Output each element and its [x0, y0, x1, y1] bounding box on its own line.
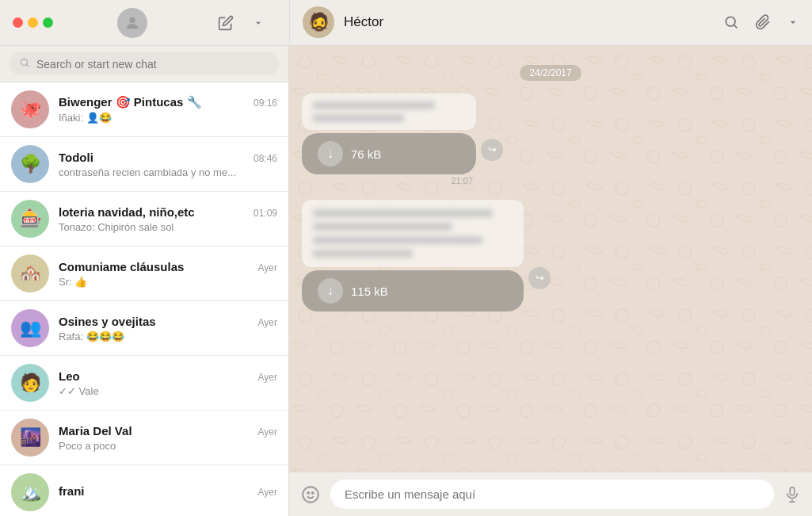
chat-header-actions: [723, 14, 799, 30]
search-icon: [19, 57, 30, 71]
main-content: 🐙 Biwenger 🎯 Pintucas 🔧 09:16 Iñaki: 👤😂 …: [0, 46, 812, 516]
sidebar: 🐙 Biwenger 🎯 Pintucas 🔧 09:16 Iñaki: 👤😂 …: [0, 46, 289, 516]
chat-time: Ayer: [258, 487, 277, 498]
chat-name: Todoli: [59, 151, 93, 164]
svg-point-10: [307, 491, 309, 493]
chat-top: Osines y ovejitas Ayer: [59, 315, 277, 328]
chat-item[interactable]: 🏘️ Comuniame cláusulas Ayer Sr: 👍: [0, 247, 288, 301]
titlebar-icons: [215, 12, 276, 34]
forward-button-2[interactable]: ↪: [528, 267, 551, 289]
input-area: [289, 472, 812, 516]
file-size-2: 115 kB: [351, 285, 388, 298]
file-size-1: 76 kB: [351, 147, 381, 161]
microphone-button[interactable]: [783, 486, 801, 503]
chat-top: Todoli 08:46: [59, 151, 277, 164]
chat-item[interactable]: 🐙 Biwenger 🎯 Pintucas 🔧 09:16 Iñaki: 👤😂: [0, 82, 288, 137]
messages-container: 24/2/2017 ↓ 76 kB 21:07 ↪: [289, 46, 812, 472]
chat-item[interactable]: 🧑 Leo Ayer ✓✓ Vale: [0, 356, 288, 411]
search-messages-button[interactable]: [723, 14, 739, 30]
svg-point-0: [129, 17, 135, 22]
chat-info: Leo Ayer ✓✓ Vale: [59, 369, 277, 397]
chat-info: Osines y ovejitas Ayer Rafa: 😂😂😂: [59, 315, 277, 342]
close-button[interactable]: [13, 17, 23, 28]
chat-info: Biwenger 🎯 Pintucas 🔧 09:16 Iñaki: 👤😂: [59, 95, 277, 124]
chat-avatar: 🧑: [11, 364, 49, 402]
chat-header-avatar[interactable]: 🧔: [303, 6, 334, 38]
chat-name: frani: [59, 484, 85, 498]
chat-avatar: 🏔️: [11, 473, 49, 511]
chat-list: 🐙 Biwenger 🎯 Pintucas 🔧 09:16 Iñaki: 👤😂 …: [0, 82, 288, 516]
chat-time: Ayer: [258, 262, 277, 273]
chat-preview: Tonazo: Chipirón sale sol: [59, 221, 277, 233]
chat-header-name: Héctor: [344, 14, 714, 30]
message-bubble-wrap-2: ↓ 115 kB ↪: [302, 200, 524, 312]
chat-time: 01:09: [254, 208, 277, 219]
compose-button[interactable]: [215, 12, 237, 34]
chat-item[interactable]: 🌳 Todoli 08:46 contraseña recien cambiad…: [0, 137, 288, 192]
titlebar-dropdown-button[interactable]: [250, 14, 267, 32]
search-bar: [0, 46, 288, 82]
attachment-button[interactable]: [755, 14, 771, 30]
chat-area: 24/2/2017 ↓ 76 kB 21:07 ↪: [289, 46, 812, 516]
chat-top: Maria Del Val Ayer: [59, 424, 277, 438]
message-bubble-wrap: ↓ 76 kB 21:07 ↪: [302, 94, 476, 187]
chat-preview: Iñaki: 👤😂: [59, 112, 277, 124]
chat-top: loteria navidad, niño,etc 01:09: [59, 205, 277, 219]
maximize-button[interactable]: [43, 17, 53, 28]
chat-avatar: 👥: [11, 309, 49, 347]
titlebar: 🧔 Héctor: [0, 0, 812, 46]
chat-avatar: 🌆: [11, 419, 49, 457]
file-download-bubble-1[interactable]: ↓ 76 kB: [302, 133, 476, 174]
traffic-lights: [13, 17, 53, 28]
download-icon-1: ↓: [318, 141, 343, 166]
chat-avatar: 🏘️: [11, 254, 49, 292]
chat-name: loteria navidad, niño,etc: [59, 205, 195, 219]
svg-point-9: [303, 487, 318, 503]
chat-top: frani Ayer: [59, 484, 277, 498]
chat-avatar: 🌳: [11, 145, 49, 183]
chat-avatar: 🎰: [11, 200, 49, 238]
date-badge: 24/2/2017: [520, 65, 581, 81]
my-avatar[interactable]: [117, 8, 147, 38]
message-input[interactable]: [330, 480, 774, 509]
search-input-wrap: [10, 52, 279, 75]
chat-info: Maria Del Val Ayer Poco a poco: [59, 424, 277, 452]
search-input[interactable]: [36, 58, 269, 71]
chat-item[interactable]: 🏔️ frani Ayer: [0, 465, 288, 516]
emoji-button[interactable]: [300, 484, 321, 505]
chat-time: Ayer: [258, 317, 277, 328]
chat-item[interactable]: 🎰 loteria navidad, niño,etc 01:09 Tonazo…: [0, 192, 288, 247]
chat-item[interactable]: 👥 Osines y ovejitas Ayer Rafa: 😂😂😂: [0, 301, 288, 356]
chat-preview: Poco a poco: [59, 440, 277, 452]
chat-info: loteria navidad, niño,etc 01:09 Tonazo: …: [59, 205, 277, 233]
chat-preview: contraseña recien cambiada y no me...: [59, 166, 277, 178]
chat-info: frani Ayer: [59, 484, 277, 500]
forward-button-1[interactable]: ↪: [481, 139, 503, 161]
download-icon-2: ↓: [318, 278, 343, 304]
message-time-1: 21:07: [302, 174, 476, 187]
chat-avatar: 🐙: [11, 90, 49, 128]
chat-info: Comuniame cláusulas Ayer Sr: 👍: [59, 260, 277, 288]
chat-time: Ayer: [258, 426, 277, 438]
chat-top: Comuniame cláusulas Ayer: [59, 260, 277, 273]
svg-rect-12: [790, 487, 795, 495]
chat-info: Todoli 08:46 contraseña recien cambiada …: [59, 151, 277, 178]
chat-name: Osines y ovejitas: [59, 315, 156, 328]
svg-line-4: [27, 65, 29, 67]
chat-top: Biwenger 🎯 Pintucas 🔧 09:16: [59, 95, 277, 109]
svg-point-11: [312, 491, 314, 493]
titlebar-left: [0, 8, 289, 38]
chat-name: Biwenger 🎯 Pintucas 🔧: [59, 95, 202, 109]
chat-dropdown-button[interactable]: [787, 16, 799, 29]
minimize-button[interactable]: [28, 17, 38, 28]
chat-preview: Rafa: 😂😂😂: [59, 331, 277, 342]
file-download-bubble-2[interactable]: ↓ 115 kB: [302, 270, 524, 312]
chat-name: Comuniame cláusulas: [59, 260, 184, 273]
chat-preview: Sr: 👍: [59, 276, 277, 288]
chat-header: 🧔 Héctor: [289, 0, 812, 46]
svg-point-1: [726, 17, 735, 26]
chat-preview: ✓✓ Vale: [59, 385, 277, 397]
svg-line-2: [734, 25, 738, 29]
chat-time: Ayer: [258, 372, 277, 383]
chat-item[interactable]: 🌆 Maria Del Val Ayer Poco a poco: [0, 411, 288, 465]
